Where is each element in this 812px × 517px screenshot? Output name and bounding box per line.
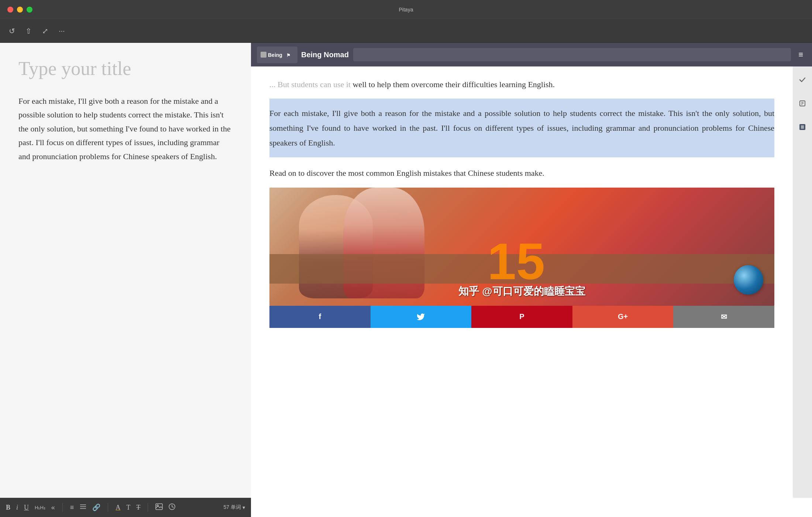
browser-address-bar[interactable] — [353, 48, 791, 61]
browser-logo: Being ⚑ Being Nomad — [257, 47, 349, 63]
bold-button[interactable]: B — [6, 504, 10, 511]
word-count-text: 57 单词 — [224, 504, 241, 511]
word-count-display[interactable]: 57 单词 ▾ — [224, 504, 245, 511]
svg-rect-0 — [261, 52, 266, 58]
editor-body-text[interactable]: For each mistake, I'll give both a reaso… — [18, 94, 233, 163]
article-intro-text-2: well to help them overcome their difficu… — [352, 80, 555, 89]
format-divider-3 — [148, 503, 148, 512]
article-intro: ... But students can use it well to help… — [269, 66, 774, 99]
close-button[interactable] — [7, 7, 13, 13]
main-toolbar: ↺ ⇧ ⤢ ··· — [0, 19, 812, 43]
bottom-right-fill — [251, 498, 812, 517]
refresh-button[interactable]: ↺ — [9, 27, 15, 35]
list-button[interactable]: ≡ — [70, 504, 74, 511]
twitter-share-button[interactable] — [371, 306, 472, 328]
text-style-button[interactable]: T — [126, 504, 130, 511]
quote-button[interactable]: « — [51, 504, 55, 511]
menu-sidebar-icon[interactable] — [795, 120, 810, 134]
format-bar: B i U H₁H₂ « ≡ 🔗 A T T — [0, 498, 251, 517]
article-image: 15 知乎 @可口可爱的瞌睡宝宝 — [269, 188, 774, 306]
maximize-button[interactable] — [27, 7, 32, 13]
clock-button[interactable] — [169, 503, 175, 512]
svg-text:Being: Being — [268, 52, 282, 58]
app-title: Pitaya — [399, 7, 413, 13]
image-button[interactable] — [155, 503, 163, 512]
text-color-button[interactable]: A — [116, 504, 120, 511]
facebook-share-button[interactable]: f — [269, 306, 371, 328]
article-intro-text: ... But students can use it — [269, 80, 352, 89]
underline-button[interactable]: U — [24, 504, 29, 511]
image-number: 15 — [488, 236, 545, 287]
italic-button[interactable]: i — [16, 504, 18, 511]
edit-sidebar-icon[interactable] — [795, 96, 810, 111]
strikethrough-button[interactable]: T — [136, 504, 140, 511]
editor-title-placeholder[interactable]: Type your title — [18, 58, 233, 79]
heading-button[interactable]: H₁H₂ — [35, 505, 45, 510]
main-area: Type your title For each mistake, I'll g… — [0, 43, 812, 498]
article-read-on: Read on to discover the most common Engl… — [269, 157, 774, 187]
format-divider-2 — [108, 503, 108, 512]
social-share-bar: f P G+ ✉ — [269, 306, 774, 328]
fullscreen-button[interactable]: ⤢ — [42, 27, 48, 35]
word-count-arrow: ▾ — [242, 504, 245, 510]
browser-toolbar: Being ⚑ Being Nomad ≡ — [251, 43, 812, 66]
check-sidebar-icon[interactable] — [795, 72, 810, 87]
article-highlighted-paragraph: For each mistake, I'll give both a reaso… — [269, 99, 774, 157]
share-button[interactable]: ⇧ — [25, 27, 32, 35]
more-button[interactable]: ··· — [59, 27, 65, 35]
editor-panel[interactable]: Type your title For each mistake, I'll g… — [0, 43, 251, 498]
browser-panel: Being ⚑ Being Nomad ≡ ... But students c… — [251, 43, 812, 498]
svg-text:⚑: ⚑ — [286, 53, 290, 58]
logo-icon-box: Being ⚑ — [257, 47, 297, 63]
google-share-button[interactable]: G+ — [572, 306, 674, 328]
browser-right-sidebar — [793, 66, 812, 498]
bottom-bar-container: B i U H₁H₂ « ≡ 🔗 A T T — [0, 498, 812, 517]
browser-content: ... But students can use it well to help… — [251, 66, 793, 498]
being-nomad-logo-svg: Being ⚑ — [261, 49, 294, 60]
title-bar: Pitaya — [0, 0, 812, 19]
email-share-button[interactable]: ✉ — [673, 306, 774, 328]
logo-text: Being Nomad — [301, 51, 349, 59]
traffic-lights — [7, 7, 32, 13]
format-divider-1 — [62, 503, 63, 512]
browser-menu-button[interactable]: ≡ — [795, 48, 806, 61]
image-watermark: 知乎 @可口可爱的瞌睡宝宝 — [269, 284, 774, 298]
list2-button[interactable] — [80, 504, 86, 511]
minimize-button[interactable] — [17, 7, 23, 13]
link-button[interactable]: 🔗 — [92, 503, 100, 511]
pinterest-share-button[interactable]: P — [471, 306, 572, 328]
